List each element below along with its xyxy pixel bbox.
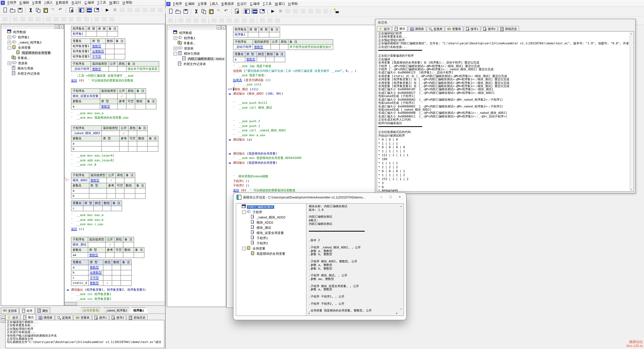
tab-变量表[interactable]: 变量表 (445, 26, 463, 32)
table-cell[interactable]: static_d (71, 280, 88, 285)
table-cell[interactable] (120, 146, 128, 152)
table-header-cell[interactable]: 静态 (257, 52, 266, 57)
table-cell[interactable] (124, 178, 135, 183)
table-header-cell[interactable]: 可空 (128, 136, 137, 141)
table-cell[interactable]: a (233, 57, 245, 62)
table-header-cell[interactable]: 参考 (107, 183, 116, 188)
table-header-cell[interactable]: 返回值类型 (253, 39, 271, 45)
table-header-cell[interactable]: 备 注 (135, 183, 146, 188)
tab-提示[interactable]: 提示 (377, 26, 392, 32)
table-cell[interactable] (124, 194, 135, 199)
table-cell[interactable]: 整数型 (253, 45, 271, 50)
table-header-cell[interactable]: 程序集名 (233, 27, 248, 32)
panel-header[interactable]: □ x (167, 25, 226, 30)
table-cell[interactable]: 字节型 (88, 275, 103, 280)
table-cell[interactable] (112, 275, 121, 280)
table-header-cell[interactable]: 易包 (128, 126, 137, 131)
toolbar-undo-icon[interactable] (223, 9, 230, 14)
table-header-cell[interactable]: 公开 (118, 88, 126, 93)
code-line[interactable] (71, 231, 165, 236)
table-cell[interactable] (126, 93, 135, 99)
tree-item[interactable]: +资源表 (168, 46, 226, 51)
table-header-cell[interactable]: 备 注 (269, 27, 280, 32)
code-line[interactable]: 子程序1 () (233, 179, 382, 183)
table-cell[interactable] (137, 146, 148, 152)
scroll-right-icon[interactable]: ▶ (396, 311, 398, 315)
table-header-cell[interactable]: 返回值类型 (89, 173, 107, 178)
document-tab[interactable]: [全局变量表] (78, 307, 104, 313)
toolbar-cut-icon[interactable] (27, 7, 34, 13)
table-header-cell[interactable]: 保 留 (258, 27, 269, 32)
menu-item[interactable]: E.编辑 (18, 1, 31, 5)
table-header-cell[interactable]: 数组 (266, 52, 274, 57)
table-header-cell[interactable]: 保 留 (86, 26, 97, 32)
tree-item[interactable]: -全局变量 (2, 45, 64, 50)
table-cell[interactable]: 程序集变量3 (71, 54, 91, 59)
collapse-icon[interactable]: - (242, 210, 246, 214)
table-cell[interactable]: 请在本子程序中放置易 (126, 67, 159, 72)
table-header-cell[interactable]: 备 注 (111, 201, 122, 206)
code-line[interactable]: ' __asm jmp 我是个标签 (233, 64, 382, 69)
table-header-cell[interactable]: 类 型 (100, 99, 118, 104)
tree-item[interactable]: 程序数据 (168, 30, 226, 36)
toolbar-open-icon[interactable] (9, 7, 16, 13)
table-cell[interactable] (121, 270, 132, 275)
document-tab[interactable]: _naked_程序集2 (101, 307, 132, 313)
toolbar-help-find-icon[interactable] (333, 9, 340, 14)
table-cell[interactable]: c (71, 275, 88, 280)
expand-icon[interactable]: + (8, 62, 11, 65)
table-cell[interactable] (102, 206, 111, 211)
table-header-cell[interactable]: 返回值类型 (91, 61, 109, 67)
menu-item[interactable]: H.帮助 (121, 1, 134, 5)
table-header-cell[interactable]: 数组 (106, 39, 114, 44)
table-header-cell[interactable]: 易包 (117, 61, 126, 67)
panel-restore-button[interactable]: □ (217, 26, 221, 30)
toolbar-open-icon[interactable] (175, 9, 182, 14)
code-line[interactable]: ↳▫+模块_测试 (111) (233, 87, 382, 92)
code-line[interactable]: ' __asm mov eax,[esp+4] (71, 153, 165, 158)
table-header-cell[interactable]: 程序集名 (71, 26, 86, 32)
toolbar-cut-icon[interactable] (193, 9, 200, 14)
table-cell[interactable] (279, 45, 288, 50)
tree-item[interactable]: -模块引用表 (168, 51, 226, 56)
code-line[interactable]: 返回 (0) ' 可以根据您的需要返回任意数值 (71, 78, 165, 83)
table-cell[interactable] (116, 188, 124, 194)
status-output[interactable]: 正在编译现行程序正在检查重复名称...正在预处理现行程序正在编译易模块"内联汇编… (377, 31, 634, 192)
scroll-up-icon[interactable]: ▲ (400, 204, 402, 208)
table-header-cell[interactable]: 返回值类型 (88, 237, 106, 242)
table-cell[interactable] (135, 188, 146, 194)
expand-icon[interactable]: + (174, 36, 177, 40)
table-cell[interactable]: b (71, 194, 89, 199)
menu-item[interactable]: B.数据库 (54, 1, 70, 5)
menu-item[interactable]: R.运行 (236, 2, 248, 6)
table-header-cell[interactable]: 备 注 (134, 247, 144, 252)
scroll-down-icon[interactable]: ▼ (400, 307, 402, 311)
table-cell[interactable] (148, 141, 158, 146)
table-cell[interactable]: ✓ (118, 93, 126, 99)
table-cell[interactable] (107, 32, 118, 37)
code-line[interactable]: ' :工具->内联汇编设置 设置关键字 __asm (71, 74, 165, 78)
code-line[interactable]: ' __asm push 0x111 (233, 101, 382, 105)
tree-item[interactable]: +程序集1 (168, 36, 226, 41)
table-cell[interactable]: _启动子程序 (71, 67, 91, 72)
tree-item[interactable]: 外部文件记录表 (168, 62, 226, 67)
menu-item[interactable]: T.工具 (261, 2, 273, 6)
table-header-cell[interactable]: 备 注 (274, 52, 285, 57)
table-header-cell[interactable]: 参考 (120, 136, 128, 141)
code-line[interactable]: ' __asm add eax,[esp+8] (71, 158, 165, 163)
table-cell[interactable] (148, 146, 158, 152)
table-cell[interactable] (89, 188, 107, 194)
table-cell[interactable] (116, 194, 124, 199)
table-header-cell[interactable]: 备 注 (124, 173, 135, 178)
code-line[interactable] (71, 167, 165, 172)
menu-item[interactable]: T.工具 (96, 1, 108, 5)
toolbar-save-icon[interactable] (182, 9, 189, 14)
table-cell[interactable] (121, 280, 132, 285)
table-header-cell[interactable]: 变量名 (71, 39, 91, 44)
scroll-thumb[interactable] (64, 302, 77, 305)
table-cell[interactable]: 短整数型 (91, 49, 106, 54)
table-cell[interactable] (126, 104, 135, 109)
tree-item[interactable]: _naked_模块_ADD2 (237, 215, 306, 220)
table-cell[interactable] (100, 93, 118, 99)
code-line[interactable] (233, 147, 382, 151)
